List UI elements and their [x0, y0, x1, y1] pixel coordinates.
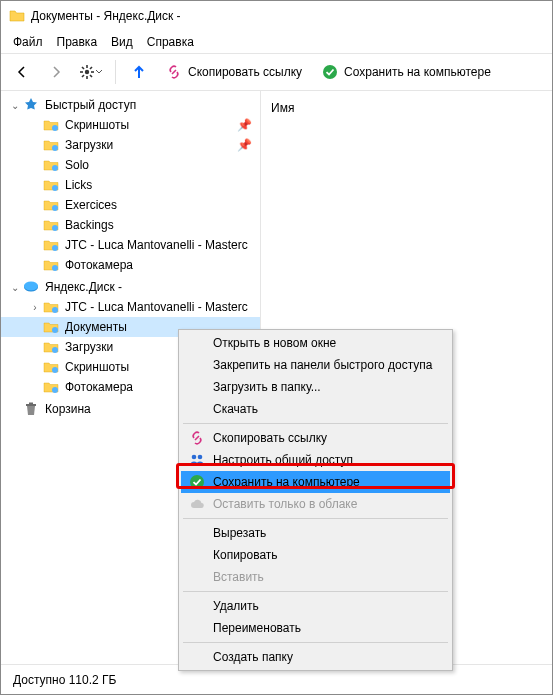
svg-rect-26	[29, 403, 33, 405]
ctx-delete[interactable]: Удалить	[181, 595, 450, 617]
tree-label: Exercices	[65, 198, 117, 212]
ctx-create-folder[interactable]: Создать папку	[181, 646, 450, 668]
tree-item[interactable]: Фотокамера	[1, 255, 260, 275]
tree-item[interactable]: Solo	[1, 155, 260, 175]
tree-item[interactable]: JTC - Luca Mantovanelli - Masterc	[1, 235, 260, 255]
menu-file[interactable]: Файл	[7, 33, 49, 51]
svg-point-22	[52, 347, 58, 353]
folder-icon	[43, 299, 59, 315]
column-header-name[interactable]: Имя	[271, 97, 542, 119]
ctx-open-new-window[interactable]: Открыть в новом окне	[181, 332, 450, 354]
svg-point-14	[52, 205, 58, 211]
pin-icon: 📌	[237, 138, 252, 152]
check-circle-icon	[322, 64, 338, 80]
tree-label: Загрузки	[65, 138, 113, 152]
tree-label: Backings	[65, 218, 114, 232]
people-icon	[189, 452, 205, 468]
ctx-pin-quick-access[interactable]: Закрепить на панели быстрого доступа	[181, 354, 450, 376]
tree-label: Скриншоты	[65, 118, 129, 132]
svg-line-7	[82, 75, 84, 77]
tree-label: Яндекс.Диск -	[45, 280, 122, 294]
context-menu: Открыть в новом окне Закрепить на панели…	[178, 329, 453, 671]
tree-label: Скриншоты	[65, 360, 129, 374]
save-local-label: Сохранить на компьютере	[344, 65, 491, 79]
folder-icon	[43, 197, 59, 213]
tree-label: JTC - Luca Mantovanelli - Masterc	[65, 300, 248, 314]
svg-point-21	[52, 327, 58, 333]
tree-yandex-disk[interactable]: ⌄ Яндекс.Диск -	[1, 277, 260, 297]
tree-label: Корзина	[45, 402, 91, 416]
svg-point-15	[52, 225, 58, 231]
svg-point-10	[52, 125, 58, 131]
folder-icon	[43, 217, 59, 233]
folder-icon	[43, 137, 59, 153]
ctx-keep-cloud-only: Оставить только в облаке	[181, 493, 450, 515]
svg-point-24	[52, 387, 58, 393]
svg-point-27	[192, 455, 197, 460]
ctx-upload-to-folder[interactable]: Загрузить в папку...	[181, 376, 450, 398]
tree-label: JTC - Luca Mantovanelli - Masterc	[65, 238, 248, 252]
tree-label: Документы	[65, 320, 127, 334]
tree-item[interactable]: Exercices	[1, 195, 260, 215]
ctx-configure-sharing[interactable]: Настроить общий доступ	[181, 449, 450, 471]
ctx-download[interactable]: Скачать	[181, 398, 450, 420]
status-available: Доступно 110.2 ГБ	[13, 673, 116, 687]
copy-link-label: Скопировать ссылку	[188, 65, 302, 79]
folder-icon	[43, 117, 59, 133]
folder-icon	[43, 237, 59, 253]
ctx-separator	[183, 642, 448, 643]
ctx-cut[interactable]: Вырезать	[181, 522, 450, 544]
pin-icon: 📌	[237, 118, 252, 132]
svg-rect-25	[26, 404, 36, 406]
tree-label: Фотокамера	[65, 258, 133, 272]
menu-edit[interactable]: Правка	[51, 33, 104, 51]
menubar: Файл Правка Вид Справка	[1, 31, 552, 53]
tree-label: Solo	[65, 158, 89, 172]
svg-point-16	[52, 245, 58, 251]
svg-point-19	[24, 282, 38, 291]
ctx-rename[interactable]: Переименовать	[181, 617, 450, 639]
copy-link-button[interactable]: Скопировать ссылку	[158, 57, 310, 87]
toolbar: Скопировать ссылку Сохранить на компьюте…	[1, 53, 552, 91]
cloud-icon	[189, 496, 205, 512]
link-icon	[189, 430, 205, 446]
folder-icon	[43, 379, 59, 395]
tree-item[interactable]: Backings	[1, 215, 260, 235]
svg-point-23	[52, 367, 58, 373]
svg-point-9	[323, 65, 337, 79]
tree-item[interactable]: Скриншоты📌	[1, 115, 260, 135]
svg-line-5	[82, 67, 84, 69]
svg-point-28	[198, 455, 203, 460]
tree-item[interactable]: Licks	[1, 175, 260, 195]
menu-view[interactable]: Вид	[105, 33, 139, 51]
titlebar: Документы - Яндекс.Диск -	[1, 1, 552, 31]
ctx-copy-link[interactable]: Скопировать ссылку	[181, 427, 450, 449]
back-button[interactable]	[7, 57, 37, 87]
ctx-paste: Вставить	[181, 566, 450, 588]
save-local-button[interactable]: Сохранить на компьютере	[314, 57, 499, 87]
ctx-save-local[interactable]: Сохранить на компьютере	[181, 471, 450, 493]
chevron-down-icon[interactable]: ⌄	[9, 100, 21, 111]
forward-button[interactable]	[41, 57, 71, 87]
folder-icon	[43, 157, 59, 173]
star-icon	[23, 97, 39, 113]
svg-point-29	[190, 475, 204, 489]
folder-icon	[43, 319, 59, 335]
chevron-right-icon[interactable]: ›	[29, 302, 41, 313]
tree-item[interactable]: ›JTC - Luca Mantovanelli - Masterc	[1, 297, 260, 317]
svg-point-17	[52, 265, 58, 271]
tree-item[interactable]: Загрузки📌	[1, 135, 260, 155]
tree-quick-access[interactable]: ⌄ Быстрый доступ	[1, 95, 260, 115]
svg-point-20	[52, 307, 58, 313]
folder-icon	[43, 359, 59, 375]
chevron-down-icon[interactable]: ⌄	[9, 282, 21, 293]
tree-label: Загрузки	[65, 340, 113, 354]
ctx-copy[interactable]: Копировать	[181, 544, 450, 566]
check-circle-icon	[189, 474, 205, 490]
svg-point-0	[85, 70, 89, 74]
menu-help[interactable]: Справка	[141, 33, 200, 51]
settings-button[interactable]	[75, 57, 107, 87]
folder-icon	[43, 257, 59, 273]
upload-button[interactable]	[124, 57, 154, 87]
folder-icon	[9, 8, 25, 24]
